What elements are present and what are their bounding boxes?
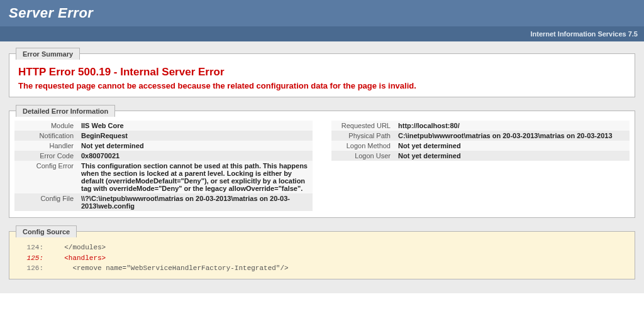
detail-value: BeginRequest (77, 131, 313, 141)
error-summary-panel: Error Summary HTTP Error 500.19 - Intern… (9, 48, 635, 97)
detail-value: This configuration section cannot be use… (77, 161, 313, 193)
page-header: Server Error (0, 0, 644, 26)
detail-row: Config File\\?\C:\inetpub\wwwroot\matria… (14, 193, 313, 211)
detail-value: \\?\C:\inetpub\wwwroot\matrias on 20-03-… (77, 193, 313, 211)
detail-value: 0x80070021 (77, 151, 313, 161)
config-line: 126: <remove name="WebServiceHandlerFact… (18, 263, 626, 274)
detail-label: Logon Method (331, 141, 394, 151)
detail-value: Not yet determined (77, 141, 313, 151)
detail-value: Not yet determined (394, 151, 630, 161)
detail-value: IIS Web Core (77, 121, 313, 131)
detail-label: Module (14, 121, 77, 131)
detailed-error-legend: Detailed Error Information (16, 105, 115, 117)
detail-row: ModuleIIS Web Core (14, 121, 313, 131)
detail-label: Requested URL (331, 121, 394, 131)
subheader: Internet Information Services 7.5 (0, 26, 644, 41)
detail-value: http://localhost:80/ (394, 121, 630, 131)
content-area: Error Summary HTTP Error 500.19 - Intern… (0, 41, 644, 293)
detail-label: Config File (14, 193, 77, 211)
line-number: 126: (18, 263, 43, 274)
config-line: 125: <handlers> (18, 253, 626, 264)
config-source-panel: Config Source 124: </modules>125: <handl… (9, 225, 635, 279)
detail-label: Handler (14, 141, 77, 151)
detail-label: Error Code (14, 151, 77, 161)
error-summary-legend: Error Summary (16, 48, 80, 60)
line-code: <remove name="WebServiceHandlerFactory-I… (56, 264, 289, 272)
detail-label: Physical Path (331, 131, 394, 141)
detail-label: Config Error (14, 161, 77, 193)
line-code: <handlers> (56, 254, 106, 262)
detail-row: Config ErrorThis configuration section c… (14, 161, 313, 193)
line-number: 124: (18, 242, 43, 253)
detail-row: NotificationBeginRequest (14, 131, 313, 141)
detail-column-left: ModuleIIS Web CoreNotificationBeginReque… (14, 121, 313, 211)
detail-value: C:\inetpub\wwwroot\matrias on 20-03-2013… (394, 131, 630, 141)
detail-row: HandlerNot yet determined (14, 141, 313, 151)
detail-value: Not yet determined (394, 141, 630, 151)
line-number: 125: (18, 253, 43, 264)
page-title: Server Error (9, 5, 635, 21)
detail-label: Logon User (331, 151, 394, 161)
config-line: 124: </modules> (18, 242, 626, 253)
detail-row: Physical PathC:\inetpub\wwwroot\matrias … (331, 131, 630, 141)
detail-column-right: Requested URLhttp://localhost:80/Physica… (331, 121, 630, 211)
line-code: </modules> (56, 244, 106, 251)
error-message: The requested page cannot be accessed be… (18, 81, 626, 90)
detail-row: Logon MethodNot yet determined (331, 141, 630, 151)
detail-label: Notification (14, 131, 77, 141)
config-source-legend: Config Source (16, 225, 77, 237)
detailed-error-panel: Detailed Error Information ModuleIIS Web… (9, 105, 635, 218)
detail-row: Logon UserNot yet determined (331, 151, 630, 161)
detail-row: Error Code0x80070021 (14, 151, 313, 161)
detail-row: Requested URLhttp://localhost:80/ (331, 121, 630, 131)
error-title: HTTP Error 500.19 - Internal Server Erro… (18, 66, 626, 78)
server-version: Internet Information Services 7.5 (530, 30, 638, 38)
